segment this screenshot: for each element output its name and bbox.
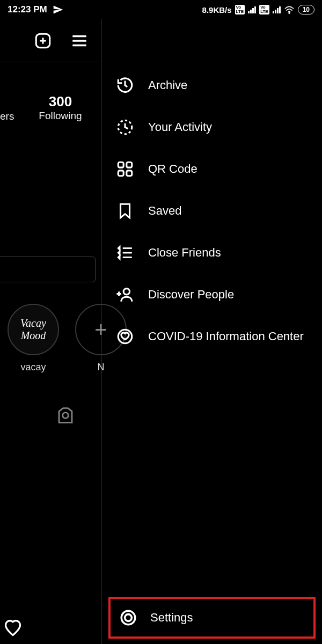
svg-point-24 [125, 614, 132, 621]
status-time: 12:23 PM [8, 4, 47, 15]
menu-settings[interactable]: Settings [108, 597, 316, 639]
close-friends-icon [115, 243, 135, 263]
battery-indicator: 10 [298, 5, 314, 14]
menu-label: COVID-19 Information Center [148, 329, 304, 344]
telegram-icon [53, 4, 63, 15]
menu-label: Your Activity [148, 120, 212, 135]
svg-point-19 [123, 289, 129, 295]
menu-your-activity[interactable]: Your Activity [102, 106, 322, 148]
following-label: Following [19, 110, 101, 122]
covid-icon [115, 326, 135, 347]
volte-badge-2: VoLTE [259, 5, 269, 14]
menu-archive[interactable]: Archive [102, 64, 322, 106]
svg-point-22 [118, 330, 132, 343]
signal-icon-1 [248, 6, 256, 13]
signal-icon-2 [273, 6, 281, 13]
svg-marker-13 [118, 247, 120, 250]
menu-label: Archive [148, 78, 187, 93]
menu-label: Settings [150, 610, 193, 625]
discover-people-icon [115, 284, 135, 305]
side-drawer: Archive Your Activity QR Code Saved Clos… [102, 64, 322, 644]
volte-badge-1: VoLTE [235, 5, 245, 14]
svg-rect-12 [127, 171, 132, 176]
profile-screen: 300 Following ers Vacay Mood vacay + N [0, 19, 102, 644]
svg-rect-11 [118, 171, 123, 176]
menu-label: Saved [148, 203, 181, 218]
create-post-icon[interactable] [34, 32, 52, 50]
highlight-thumbnail: Vacay Mood [8, 304, 59, 355]
svg-point-7 [63, 413, 69, 419]
svg-rect-9 [118, 162, 123, 167]
activity-heart-icon[interactable] [3, 618, 23, 638]
svg-marker-15 [118, 251, 120, 254]
menu-qr-code[interactable]: QR Code [102, 148, 322, 190]
menu-covid-info[interactable]: COVID-19 Information Center [102, 316, 322, 357]
following-count: 300 [19, 93, 101, 110]
menu-label: QR Code [148, 162, 197, 177]
menu-label: Close Friends [148, 245, 221, 260]
highlight-label: vacay [8, 362, 59, 373]
tagged-tab-icon[interactable] [56, 406, 75, 425]
menu-saved[interactable]: Saved [102, 190, 322, 232]
wifi-icon [284, 5, 295, 14]
following-stat[interactable]: 300 Following [19, 93, 101, 122]
qr-icon [115, 159, 135, 179]
network-speed: 8.9KB/s [202, 5, 232, 14]
hamburger-menu-icon[interactable] [70, 32, 89, 50]
menu-label: Discover People [148, 287, 234, 302]
followers-label-partial: ers [0, 111, 14, 122]
highlight-vacay[interactable]: Vacay Mood vacay [8, 304, 59, 373]
status-bar: 12:23 PM 8.9KB/s VoLTE VoLTE 10 [0, 0, 322, 19]
archive-icon [115, 75, 135, 96]
svg-rect-10 [127, 162, 132, 167]
svg-marker-17 [118, 256, 120, 259]
svg-point-0 [289, 13, 290, 14]
saved-icon [115, 201, 135, 221]
settings-icon [118, 608, 138, 628]
activity-icon [115, 117, 135, 137]
menu-close-friends[interactable]: Close Friends [102, 232, 322, 274]
edit-profile-button[interactable] [0, 257, 96, 282]
svg-point-23 [121, 611, 135, 625]
menu-discover-people[interactable]: Discover People [102, 274, 322, 316]
